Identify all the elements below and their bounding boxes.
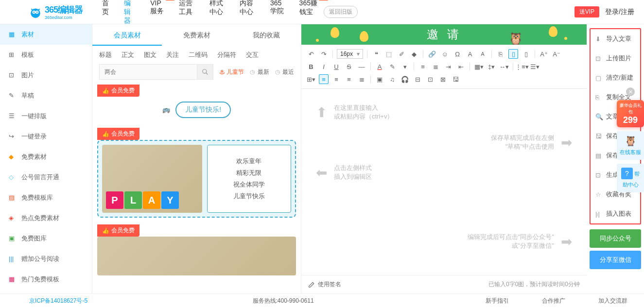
ol-icon[interactable]: ⋮≡▾ [517, 62, 527, 71]
star-icon[interactable]: ⊠ [438, 74, 448, 84]
justify-right-icon[interactable]: ≡ [344, 74, 354, 84]
footer-link-加入交流群[interactable]: 加入交流群 [592, 295, 634, 307]
nav-365学院[interactable]: 365学院 [270, 0, 286, 25]
bgcolor-icon[interactable]: ✎ [387, 62, 397, 71]
help-center-button[interactable]: ? 帮助中心 [617, 164, 644, 192]
more-icon[interactable]: ⊞▾ [306, 74, 316, 84]
bold-icon[interactable]: B [306, 62, 316, 71]
sync-wechat-button[interactable]: 同步公众号 [590, 229, 641, 248]
subtab-关注[interactable]: 关注 [166, 51, 179, 59]
nav-首页[interactable]: 首页 [102, 0, 110, 25]
tab-我的收藏[interactable]: 我的收藏 [231, 24, 301, 46]
share-wechat-button[interactable]: 分享至微信 [590, 251, 641, 269]
link-icon[interactable]: 🔗 [427, 49, 437, 59]
promo-badge[interactable]: 豪华会员礼包299 [617, 100, 644, 127]
indent-icon[interactable]: ⇥ [443, 62, 453, 71]
sidebar-item-3[interactable]: ✎草稿 [0, 86, 92, 106]
signature-toggle[interactable]: 使用签名 [308, 280, 341, 289]
search-button[interactable] [197, 64, 213, 80]
action-上传图片[interactable]: ⊡上传图片 [591, 49, 640, 68]
fill-icon[interactable]: ▾ [400, 62, 410, 71]
image-icon[interactable]: ▣ [375, 74, 384, 84]
nav-编辑器[interactable]: 编辑器 [124, 0, 137, 25]
sidebar-item-12[interactable]: ▦热门免费模板 [0, 269, 92, 290]
nav-样式中心[interactable]: 样式中心 [209, 0, 226, 25]
sidebar-item-10[interactable]: ▣免费图库 [0, 228, 92, 249]
template-card-3[interactable] [97, 237, 296, 275]
sidebar-item-7[interactable]: ◇公号留言开通 [0, 167, 92, 188]
template-card-1[interactable]: 🚌 儿童节快乐! [97, 97, 296, 128]
line-height-icon[interactable]: ‡▾ [487, 62, 496, 71]
online-service-button[interactable]: 🦉 在线客服 [617, 131, 644, 160]
action-清空/新建[interactable]: ▢清空/新建 [591, 68, 640, 87]
sidebar-item-5[interactable]: ↪一键登录 [0, 126, 92, 147]
emoji-icon[interactable]: ☺ [440, 49, 450, 59]
sidebar-item-2[interactable]: ⊡图片 [0, 65, 92, 86]
subtab-分隔符[interactable]: 分隔符 [217, 51, 236, 59]
outdent-icon[interactable]: ⇤ [456, 62, 466, 71]
table-icon[interactable]: ▦▾ [474, 62, 484, 71]
align-left-icon[interactable]: ≡ [418, 62, 428, 71]
subtab-标题[interactable]: 标题 [99, 51, 112, 59]
justify-left-icon[interactable]: ≡ [319, 74, 329, 84]
logo[interactable]: 365编辑器365editor.com [29, 4, 83, 20]
icp-link[interactable]: 京ICP备14018627号-5 [29, 297, 87, 305]
italic-icon[interactable]: I [319, 62, 329, 71]
font-inc-icon[interactable]: A⁺ [539, 49, 549, 59]
paste-icon[interactable]: ▯ [508, 49, 518, 59]
align-center-icon[interactable]: ≣ [431, 62, 440, 71]
fontcolor-icon[interactable]: A [375, 62, 384, 71]
code-icon[interactable]: Ω [453, 49, 462, 59]
nav-365赚钱宝[interactable]: 365赚钱宝HOT [299, 0, 319, 25]
sidebar-item-13[interactable]: ▦热点素材库 [0, 290, 92, 293]
subtab-二维码[interactable]: 二维码 [189, 51, 208, 59]
video-icon[interactable]: ♫ [387, 74, 397, 84]
undo-icon[interactable]: ↶ [306, 49, 316, 59]
hr-icon[interactable]: — [357, 62, 366, 71]
editor-canvas[interactable]: ⬆ 在这里直接输入或粘贴内容（ctrl+v） 保存草稿完成后在左侧"草稿"中点击… [301, 89, 587, 275]
underline-icon[interactable]: U [331, 62, 341, 71]
cut-icon[interactable]: ▯ [521, 49, 531, 59]
footer-link-新手指引[interactable]: 新手指引 [479, 295, 516, 307]
strike-icon[interactable]: S [344, 62, 354, 71]
format-icon[interactable]: ⬚ [384, 49, 394, 59]
subtab-图文[interactable]: 图文 [144, 51, 157, 59]
spacing-icon[interactable]: ↔▾ [499, 62, 509, 71]
font-dec-icon[interactable]: A⁻ [552, 49, 561, 59]
sidebar-item-9[interactable]: ◈热点免费素材 [0, 208, 92, 228]
card-icon[interactable]: ⊡ [425, 74, 435, 84]
nav-内容中心[interactable]: 内容中心 [240, 0, 257, 25]
fontsize-select[interactable]: 16px▾ [337, 49, 363, 59]
quote-icon[interactable]: ❝ [371, 49, 381, 59]
save-icon[interactable]: 🖫 [451, 74, 460, 84]
tab-会员素材[interactable]: 会员素材 [92, 24, 162, 46]
sidebar-item-11[interactable]: |||赠加公号阅读 [0, 249, 92, 269]
brush-icon[interactable]: ✐ [397, 49, 406, 59]
template-card-2[interactable]: P L A Y 欢乐童年精彩无限 祝全体同学儿童节快乐 [97, 140, 296, 218]
audio-icon[interactable]: 🎧 [400, 74, 410, 84]
action-插入图表[interactable]: |ₗ|插入图表 [591, 204, 640, 223]
filter-儿童节[interactable]: ♨ 儿童节 [219, 68, 244, 76]
subtab-正文[interactable]: 正文 [122, 51, 134, 59]
sidebar-item-8[interactable]: ▨免费模板库 [0, 188, 92, 208]
text-small-icon[interactable]: A [478, 49, 487, 59]
login-link[interactable]: 登录/注册 [605, 8, 634, 17]
close-icon[interactable]: ✕ [626, 87, 635, 96]
redo-icon[interactable]: ↷ [319, 49, 329, 59]
erase-icon[interactable]: ◆ [409, 49, 419, 59]
ul-icon[interactable]: ☰▾ [530, 62, 540, 71]
search-input[interactable] [99, 64, 197, 80]
sidebar-item-6[interactable]: ◆免费素材 [0, 147, 92, 167]
tab-免费素材[interactable]: 免费素材 [162, 24, 231, 46]
vip-button[interactable]: 送VIP [574, 6, 599, 17]
footer-link-合作推广[interactable]: 合作推广 [535, 295, 572, 307]
attach-icon[interactable]: ⊟ [413, 74, 422, 84]
old-version-button[interactable]: 返回旧版 [324, 6, 358, 18]
copy-icon[interactable]: ⎘ [496, 49, 505, 59]
action-导入文章[interactable]: ⬇导入文章 [591, 29, 640, 49]
nav-运营工具[interactable]: 运营工具 [179, 0, 196, 25]
filter-最近[interactable]: ◷ 最近 [275, 68, 294, 76]
nav-VIP服务[interactable]: VIP服务HOT [150, 0, 165, 25]
justify-full-icon[interactable]: ≣ [357, 74, 366, 84]
text-a-icon[interactable]: A [465, 49, 475, 59]
